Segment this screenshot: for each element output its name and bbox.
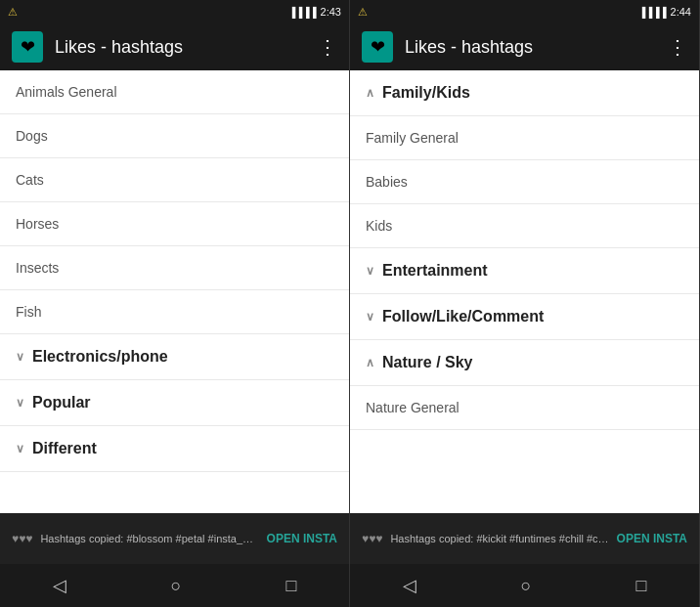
section-header[interactable]: ∧Nature / Sky (350, 340, 699, 386)
list-item[interactable]: Kids (350, 204, 699, 248)
snackbar-text: Hashtags copied: #blossom #petal #insta_… (40, 533, 258, 544)
app-icon: ❤ (362, 31, 393, 63)
recent-button[interactable]: □ (267, 568, 317, 604)
chevron-icon: ∨ (366, 264, 374, 278)
content-list: Animals GeneralDogsCatsHorsesInsectsFish… (0, 70, 349, 513)
app-bar: ❤ Likes - hashtags ⋮ (0, 23, 349, 70)
chevron-icon: ∨ (16, 396, 24, 410)
snackbar: ♥♥♥ Hashtags copied: #blossom #petal #in… (0, 513, 349, 564)
time-display: 2:44 (671, 6, 691, 18)
list-item[interactable]: Dogs (0, 114, 349, 158)
warning-icon: ⚠ (358, 6, 368, 19)
section-header[interactable]: ∨Different (0, 426, 349, 472)
section-header[interactable]: ∨Follow/Like/Comment (350, 294, 699, 340)
section-label: Follow/Like/Comment (382, 308, 544, 325)
status-bar: ⚠ ▐▐▐▐ 2:43 (0, 0, 349, 23)
status-bar: ⚠ ▐▐▐▐ 2:44 (350, 0, 699, 23)
section-header[interactable]: ∨Entertainment (350, 248, 699, 294)
list-item[interactable]: Nature General (350, 386, 699, 430)
snackbar-hearts: ♥♥♥ (362, 532, 382, 545)
section-label: Entertainment (382, 262, 488, 280)
section-label: Nature / Sky (382, 354, 472, 371)
section-label: Different (32, 440, 97, 457)
app-icon: ❤ (12, 31, 43, 63)
chevron-icon: ∧ (366, 86, 374, 100)
open-insta-button[interactable]: OPEN INSTA (617, 532, 687, 545)
app-title: Likes - hashtags (405, 37, 656, 58)
list-item[interactable]: Fish (0, 290, 349, 334)
more-options-button[interactable]: ⋮ (668, 35, 687, 59)
more-options-button[interactable]: ⋮ (318, 35, 337, 59)
section-label: Family/Kids (382, 84, 470, 102)
warning-icon: ⚠ (8, 6, 18, 19)
back-button[interactable]: ◁ (383, 567, 436, 604)
app-title: Likes - hashtags (55, 37, 306, 58)
list-item[interactable]: Horses (0, 202, 349, 246)
app-bar: ❤ Likes - hashtags ⋮ (350, 23, 699, 70)
chevron-icon: ∨ (16, 350, 24, 364)
section-label: Electronics/phone (32, 348, 168, 366)
nav-bar: ◁ ○ □ (0, 564, 349, 607)
content-list: ∧Family/KidsFamily GeneralBabiesKids∨Ent… (350, 70, 699, 513)
section-header[interactable]: ∧Family/Kids (350, 70, 699, 116)
section-header[interactable]: ∨Popular (0, 380, 349, 426)
list-item[interactable]: Family General (350, 116, 699, 160)
section-label: Popular (32, 394, 91, 412)
back-button[interactable]: ◁ (33, 567, 86, 604)
snackbar: ♥♥♥ Hashtags copied: #kickit #funtimes #… (350, 513, 699, 564)
open-insta-button[interactable]: OPEN INSTA (267, 532, 337, 545)
home-button[interactable]: ○ (502, 568, 551, 604)
signal-icon: ▐▐▐▐ (638, 7, 666, 18)
section-header[interactable]: ∨Electronics/phone (0, 334, 349, 380)
chevron-icon: ∧ (366, 356, 374, 369)
nav-bar: ◁ ○ □ (350, 564, 699, 607)
recent-button[interactable]: □ (617, 568, 667, 604)
list-item[interactable]: Insects (0, 246, 349, 290)
chevron-icon: ∨ (16, 442, 24, 455)
signal-icon: ▐▐▐▐ (288, 7, 316, 18)
snackbar-text: Hashtags copied: #kickit #funtimes #chil… (390, 533, 608, 544)
time-display: 2:43 (321, 6, 341, 18)
panel-right: ⚠ ▐▐▐▐ 2:44 ❤ Likes - hashtags ⋮ ∧Family… (350, 0, 700, 607)
list-item[interactable]: Animals General (0, 70, 349, 114)
panel-left: ⚠ ▐▐▐▐ 2:43 ❤ Likes - hashtags ⋮ Animals… (0, 0, 350, 607)
home-button[interactable]: ○ (152, 568, 201, 604)
list-item[interactable]: Cats (0, 158, 349, 202)
list-item[interactable]: Babies (350, 160, 699, 204)
chevron-icon: ∨ (366, 310, 374, 324)
snackbar-hearts: ♥♥♥ (12, 532, 32, 545)
